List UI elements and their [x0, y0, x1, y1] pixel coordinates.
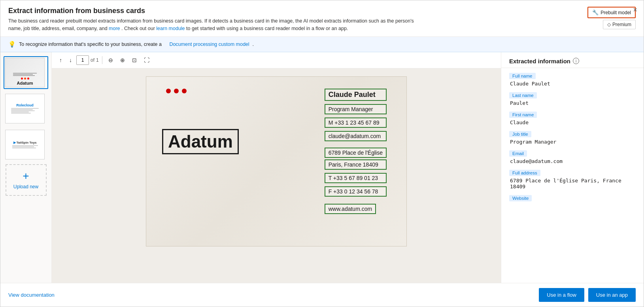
- desc-end: to get started with using a business car…: [186, 26, 348, 31]
- fullscreen-button[interactable]: ⛶: [141, 55, 152, 65]
- field-job-title: Job title Program Manager: [509, 131, 636, 145]
- close-button[interactable]: ×: [633, 6, 637, 14]
- tc-line-1: [11, 108, 39, 109]
- banner-end: .: [253, 42, 254, 47]
- card-email: claude@adatum.com: [325, 131, 387, 141]
- card-mobile: M +33 1 23 45 67 89: [325, 117, 387, 128]
- field-label-job-title: Job title: [509, 131, 531, 137]
- banner-text: To recognize information that's specific…: [19, 42, 162, 47]
- viewer-panel: ↑ ↓ of 1 ⊖ ⊕ ⊡ ⛶ Claude Paulet Pr: [52, 52, 501, 283]
- tc-line-4: [11, 112, 29, 112]
- field-first-name: First name Claude: [509, 112, 636, 125]
- field-label-full-name: Full name: [509, 73, 536, 79]
- dialog-footer: View documentation Use in a flow Use in …: [0, 283, 644, 307]
- prebuilt-icon: 🔧: [592, 9, 599, 15]
- dot-2: [24, 78, 26, 80]
- card-logo: Adatum: [162, 129, 239, 154]
- upload-new-button[interactable]: + Upload new: [6, 164, 47, 196]
- ts-line-1: [12, 145, 38, 146]
- info-tooltip-icon[interactable]: i: [573, 58, 579, 64]
- view-documentation-link[interactable]: View documentation: [8, 292, 55, 298]
- page-input[interactable]: [76, 55, 89, 65]
- page-of: of: [91, 57, 94, 63]
- tc-line-3: [11, 110, 35, 111]
- card-website-box: www.adatum.com: [325, 204, 387, 214]
- viewer-toolbar: ↑ ↓ of 1 ⊖ ⊕ ⊡ ⛶: [52, 52, 501, 68]
- field-value-full-address: 6789 Place de l'Église Paris, France 184…: [509, 178, 636, 190]
- use-in-flow-button[interactable]: Use in a flow: [539, 288, 584, 302]
- ts-logo: TailSpin Toys: [13, 141, 37, 144]
- tc-lines: [11, 108, 39, 114]
- field-value-last-name: Paulet: [509, 100, 636, 106]
- card-address-group: 6789 Place de l'Église Paris, France 184…: [325, 148, 387, 170]
- upload-new-label: Upload new: [13, 184, 38, 190]
- plus-icon: +: [23, 171, 29, 182]
- card-phone: T +33 5 67 89 01 23: [325, 173, 387, 183]
- toolbar-separator: [102, 56, 102, 64]
- info-panel-header: Extracted information i: [501, 52, 644, 68]
- field-value-full-name: Claude Paulet: [509, 81, 636, 87]
- next-page-button[interactable]: ↓: [66, 55, 75, 65]
- business-card: Claude Paulet Program Manager M +33 1 23…: [146, 76, 407, 246]
- field-full-name: Full name Claude Paulet: [509, 73, 636, 87]
- thumbnail-preview-1: Adatum: [5, 58, 45, 87]
- thumb-text-lines: [13, 73, 37, 77]
- thumbnail-preview-3: TailSpin Toys: [5, 130, 45, 159]
- card-title: Program Manager: [325, 104, 387, 114]
- ts-lines: [12, 145, 38, 148]
- field-label-full-address: Full address: [509, 170, 540, 176]
- prev-page-button[interactable]: ↑: [57, 55, 65, 65]
- card-website: www.adatum.com: [325, 204, 376, 214]
- desc-suffix: . Check out our: [121, 26, 155, 31]
- info-panel-body: Full name Claude Paulet Last name Paulet…: [501, 68, 644, 283]
- field-value-email: claude@adatum.com: [509, 158, 636, 164]
- dot-1: [21, 78, 23, 80]
- info-panel: Extracted information i Full name Claude…: [501, 52, 644, 283]
- zoom-out-button[interactable]: ⊖: [106, 55, 116, 65]
- prebuilt-model-button[interactable]: 🔧 Prebuilt model: [587, 7, 636, 18]
- dialog-header: Extract information from business cards …: [0, 0, 644, 37]
- premium-label: Premium: [612, 22, 631, 27]
- tc-line-2: [11, 109, 33, 110]
- field-label-first-name: First name: [509, 112, 537, 118]
- dot-3: [27, 78, 29, 80]
- ts-line-3: [12, 148, 36, 148]
- header-left: Extract information from business cards …: [8, 7, 572, 32]
- info-panel-title: Extracted information: [509, 58, 570, 64]
- use-in-app-button[interactable]: Use in an app: [588, 288, 636, 302]
- field-email: Email claude@adatum.com: [509, 150, 636, 164]
- fit-page-button[interactable]: ⊡: [129, 55, 140, 65]
- card-dot-3: [182, 89, 187, 93]
- field-label-website: Website: [509, 195, 532, 201]
- card-name: Claude Paulet: [325, 89, 387, 101]
- main-content: Adatum Rolecloud: [0, 52, 644, 283]
- more-link[interactable]: more: [109, 26, 120, 31]
- page-indicator: of 1: [76, 55, 99, 65]
- prebuilt-label: Prebuilt model: [601, 10, 631, 15]
- learn-link[interactable]: learn module: [156, 26, 185, 31]
- card-address1: 6789 Place de l'Église: [325, 148, 387, 158]
- field-last-name: Last name Paulet: [509, 92, 636, 106]
- card-dot-1: [166, 89, 171, 93]
- thumbnail-item-2[interactable]: Rolecloud: [4, 92, 48, 125]
- thumbnail-item-3[interactable]: TailSpin Toys: [4, 128, 48, 161]
- premium-tag: ◇ Premium: [603, 20, 636, 29]
- info-banner: 💡 To recognize information that's specif…: [0, 37, 644, 52]
- thumbnail-item-1[interactable]: Adatum: [4, 56, 48, 89]
- card-fax: F +33 0 12 34 56 78: [325, 186, 387, 197]
- tc-line-5: [11, 113, 31, 114]
- field-value-first-name: Claude: [509, 119, 636, 125]
- field-label-last-name: Last name: [509, 92, 537, 99]
- dialog-title: Extract information from business cards: [8, 7, 572, 15]
- zoom-in-button[interactable]: ⊕: [117, 55, 128, 65]
- thumbnail-preview-2: Rolecloud: [5, 94, 45, 123]
- field-full-address: Full address 6789 Place de l'Église Pari…: [509, 170, 636, 190]
- card-dot-2: [174, 89, 179, 93]
- field-value-job-title: Program Manager: [509, 139, 636, 145]
- viewer-content: Claude Paulet Program Manager M +33 1 23…: [52, 68, 501, 283]
- thumbnail-panel: Adatum Rolecloud: [0, 52, 52, 283]
- custom-model-link[interactable]: Document processing custom model: [169, 42, 249, 47]
- card-address2: Paris, France 18409: [325, 159, 387, 170]
- thumb-logo: Adatum: [17, 81, 33, 85]
- field-label-email: Email: [509, 150, 527, 157]
